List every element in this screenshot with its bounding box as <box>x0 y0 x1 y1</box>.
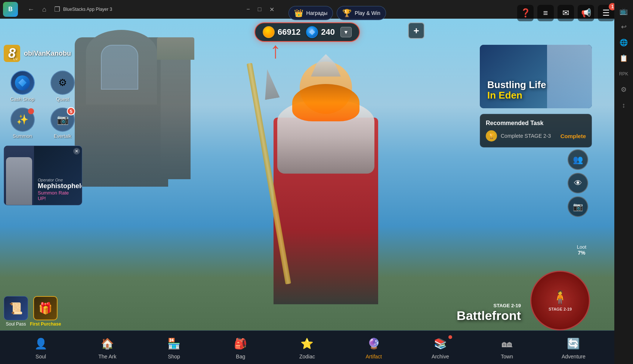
mail-button[interactable]: ✉ <box>558 5 574 21</box>
quest-nav[interactable]: ⚙ Quest <box>44 69 81 104</box>
bluestacks-logo: B <box>3 2 18 17</box>
evertalk-nav[interactable]: 📷 5 Evertalk <box>44 106 81 141</box>
first-purchase-label: First Purchase <box>30 321 61 327</box>
left-panel: 8 Lv. obiVanKanobu Cash Shop <box>4 45 82 205</box>
summon-icon: ✨ <box>10 108 35 132</box>
cash-shop-nav[interactable]: Cash Shop <box>4 69 41 104</box>
rewards-icon: 👑 <box>294 9 303 18</box>
bag-nav-icon: 🎒 <box>232 335 249 352</box>
summon-label: Summon <box>13 133 32 139</box>
stage-circle: 🧍 STAGE 2-19 <box>530 271 590 330</box>
rewards-button[interactable]: 👑 Награды <box>288 6 333 20</box>
sidebar-tv-icon[interactable]: 📺 <box>616 4 631 19</box>
title-bar: B ← ⌂ ❐ BlueStacks App Player 3 − □ ✕ 👑 … <box>0 0 614 19</box>
event-banner-text: Bustling Life In Eden <box>487 80 546 101</box>
view-button[interactable]: 👁 <box>568 173 588 193</box>
task-complete-label[interactable]: Complete <box>561 133 586 139</box>
task-panel: Recommended Task 🏆 Complete STAGE 2-3 Co… <box>480 114 592 147</box>
nav-zodiac[interactable]: ⭐ Zodiac <box>292 335 322 360</box>
game-area: 66912 240 ▼ + ↑ 8 Lv. obiVanKanobu <box>0 19 614 364</box>
help-button[interactable]: ❓ <box>517 5 534 21</box>
battlefront-label: Battlefront <box>457 308 521 323</box>
sidebar-rpk-icon[interactable]: RPK <box>616 66 631 81</box>
first-purchase-item[interactable]: 🎁 First Purchase <box>30 296 61 327</box>
summon-operator-label: Operator One <box>38 178 78 182</box>
play-win-button[interactable]: 🏆 Play & Win <box>337 6 386 20</box>
task-row: 🏆 Complete STAGE 2-3 Complete <box>486 130 586 141</box>
nav-shop[interactable]: 🏪 Shop <box>159 335 189 360</box>
nav-soul[interactable]: 👤 Soul <box>26 335 56 360</box>
broadcast-button[interactable]: 📢 <box>578 5 594 21</box>
sidebar-globe-icon[interactable]: 🌐 <box>616 35 631 50</box>
stage-figure-icon: 🧍 <box>552 290 568 305</box>
back-button[interactable]: ← <box>25 4 37 15</box>
right-panel: Bustling Life In Eden Recommended Task 🏆… <box>480 45 592 147</box>
maximize-button[interactable]: □ <box>255 4 265 15</box>
sidebar-clipboard-icon[interactable]: 📋 <box>616 51 631 66</box>
event-banner[interactable]: Bustling Life In Eden <box>480 45 592 108</box>
nav-town[interactable]: 🏘 Town <box>492 335 522 360</box>
sidebar-refresh-icon[interactable]: ↩ <box>616 19 631 34</box>
settings-button[interactable]: ☰ 1 <box>598 5 614 21</box>
shop-nav-label: Shop <box>168 354 180 360</box>
cash-shop-label: Cash Shop <box>10 96 34 102</box>
loot-label: Loot <box>577 244 586 250</box>
soul-pass-item[interactable]: 📜 Soul Pass <box>4 296 28 327</box>
nav-the-ark[interactable]: 🏠 The Ark <box>92 335 122 360</box>
evertalk-icon: 📷 5 <box>50 108 75 132</box>
nav-bag[interactable]: 🎒 Bag <box>226 335 256 360</box>
summon-character-name: Mephistopheles <box>38 182 78 190</box>
artifact-nav-label: Artifact <box>365 354 382 360</box>
bottom-navigation: 👤 Soul 🏠 The Ark 🏪 Shop 🎒 Bag ⭐ Zodiac 🔮 <box>0 330 614 364</box>
left-nav-grid: Cash Shop ⚙ Quest ✨ Summon <box>4 69 82 141</box>
task-panel-title: Recommended Task <box>486 120 586 127</box>
town-nav-label: Town <box>501 354 513 360</box>
home-button[interactable]: ⌂ <box>39 4 49 15</box>
bluestacks-sidebar: 📺 ↩ 🌐 📋 RPK ⚙ ↕ <box>614 0 633 364</box>
evertalk-label: Evertalk <box>54 133 71 139</box>
bag-nav-label: Bag <box>236 354 245 360</box>
ark-nav-icon: 🏠 <box>99 335 116 352</box>
currency-add-button[interactable]: + <box>408 22 424 39</box>
archive-nav-label: Archive <box>432 354 449 360</box>
nav-arrows: ← ⌂ ❐ <box>25 3 63 15</box>
gold-currency: 66912 <box>263 26 300 38</box>
summon-card-close[interactable]: ✕ <box>73 148 80 155</box>
sidebar-gear-icon[interactable]: ⚙ <box>616 82 631 97</box>
character-area <box>112 41 540 334</box>
soul-pass-icon: 📜 <box>4 296 28 320</box>
town-nav-icon: 🏘 <box>498 335 515 352</box>
close-button[interactable]: ✕ <box>266 4 277 15</box>
soul-nav-label: Soul <box>35 354 46 360</box>
gem-icon <box>306 26 318 38</box>
nav-adventure[interactable]: 🔄 Adventure <box>559 335 589 360</box>
event-title-line1: Bustling Life <box>487 80 546 90</box>
gem-inner <box>309 29 315 35</box>
minimize-button[interactable]: − <box>244 4 253 15</box>
quest-icon: ⚙ <box>50 71 75 95</box>
rewards-label: Награды <box>306 10 328 16</box>
zodiac-nav-label: Zodiac <box>299 354 315 360</box>
shop-nav-icon: 🏪 <box>166 335 182 352</box>
summon-red-dot <box>28 108 34 114</box>
archive-nav-icon: 📚 <box>432 335 449 352</box>
event-title-line2: In Eden <box>487 90 546 101</box>
summon-banner-card[interactable]: Operator One Mephistopheles Summon Rate … <box>4 146 82 205</box>
sidebar-expand-icon[interactable]: ↕ <box>616 98 631 113</box>
stage-circle-container[interactable]: 🧍 STAGE 2-19 <box>530 271 590 330</box>
friends-button[interactable]: 👥 <box>568 149 588 170</box>
multi-button[interactable]: ❐ <box>51 3 63 15</box>
player-name: obiVanKanobu <box>24 50 71 57</box>
battlefront-container: STAGE 2-19 Battlefront <box>457 303 521 323</box>
summon-nav[interactable]: ✨ Summon <box>4 106 41 141</box>
adventure-nav-label: Adventure <box>562 354 586 360</box>
adventure-nav-icon: 🔄 <box>565 335 582 352</box>
currency-dropdown[interactable]: ▼ <box>340 27 352 37</box>
nav-archive[interactable]: 📚 Archive <box>425 335 455 360</box>
character-figure <box>255 50 397 304</box>
player-info: 8 Lv. obiVanKanobu <box>4 45 82 62</box>
evertalk-badge: 5 <box>67 107 75 115</box>
camera-settings-button[interactable]: 📷 <box>568 196 588 217</box>
menu-button[interactable]: ≡ <box>537 5 554 21</box>
nav-artifact[interactable]: 🔮 Artifact <box>359 335 389 360</box>
